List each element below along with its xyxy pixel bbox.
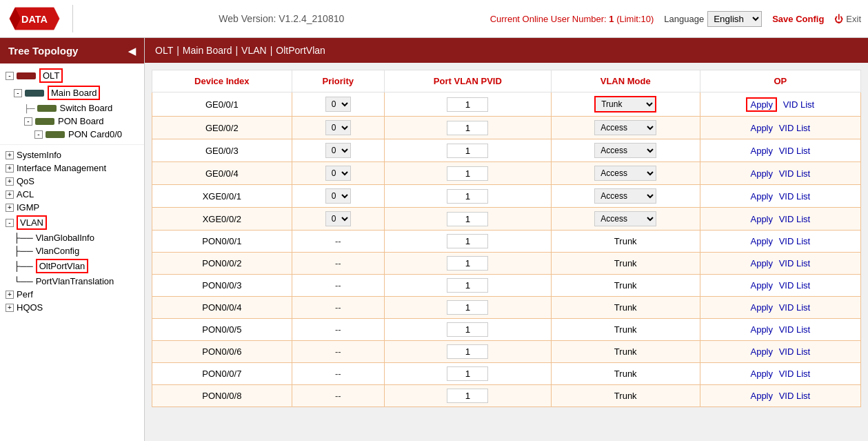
priority-select[interactable]: 012 <box>325 188 351 204</box>
pvid-input[interactable] <box>447 212 488 226</box>
pvid-input[interactable] <box>447 322 488 337</box>
pvid-input[interactable] <box>447 121 488 135</box>
vid-list-button[interactable]: VID List <box>779 258 811 268</box>
apply-button[interactable]: Apply <box>750 123 773 133</box>
vid-list-button[interactable]: VID List <box>779 302 811 313</box>
priority-select[interactable]: 0123 4567 <box>325 97 351 112</box>
pvid-input[interactable] <box>447 344 488 359</box>
pvid-input[interactable] <box>447 234 488 248</box>
vid-list-button[interactable]: VID List <box>779 123 811 133</box>
priority-select[interactable]: 012 <box>325 211 351 226</box>
vid-list-button[interactable]: VID List <box>779 280 811 291</box>
breadcrumb-oltportvlan: OltPortVlan <box>276 45 325 56</box>
save-config-button[interactable]: Save Config <box>772 14 824 24</box>
op-cell: Apply VID List <box>700 275 860 297</box>
col-vlan-mode: VLAN Mode <box>551 70 700 92</box>
sidebar-collapse-button[interactable]: ◀ <box>128 46 136 57</box>
vid-list-button[interactable]: VID List <box>779 346 811 357</box>
pvid-input[interactable] <box>447 144 488 158</box>
tree-node-poncard[interactable]: - PON Card0/0 <box>0 128 144 141</box>
vid-list-button[interactable]: VID List <box>779 168 811 179</box>
expand-ponboard[interactable]: - <box>24 117 32 126</box>
pvid-input[interactable] <box>447 389 488 403</box>
sidebar-item-igmp[interactable]: + IGMP <box>0 201 144 214</box>
tree-node-switchboard[interactable]: ├─ Switch Board <box>0 101 144 115</box>
device-index-cell: GE0/0/4 <box>152 162 292 185</box>
vlan-mode-select[interactable]: AccessTrunkHybrid <box>594 143 656 158</box>
language-select[interactable]: English Chinese <box>707 11 762 27</box>
expand-poncard[interactable]: - <box>34 130 43 139</box>
apply-button[interactable]: Apply <box>750 324 773 335</box>
vid-list-button[interactable]: VID List <box>779 214 811 224</box>
apply-button[interactable]: Apply <box>750 146 773 156</box>
vid-list-button[interactable]: VID List <box>783 99 815 110</box>
pvid-input[interactable] <box>447 256 488 271</box>
oltportvlan-dash: ├── <box>14 261 33 271</box>
vid-list-button[interactable]: VID List <box>779 236 811 246</box>
vid-list-button[interactable]: VID List <box>779 369 811 379</box>
apply-button[interactable]: Apply <box>750 302 773 313</box>
apply-button[interactable]: Apply <box>750 191 773 202</box>
expand-vlan[interactable]: - <box>6 219 14 227</box>
pvid-cell <box>384 319 551 341</box>
vlan-mode-select[interactable]: AccessTrunkHybrid <box>594 166 656 181</box>
table-row: PON0/0/4 -- Trunk Apply VID List <box>152 297 861 319</box>
sidebar-item-perf[interactable]: + Perf <box>0 288 144 301</box>
priority-cell: -- <box>292 341 384 363</box>
expand-hqos[interactable]: + <box>6 304 14 312</box>
apply-button[interactable]: Apply <box>746 97 777 112</box>
expand-acl[interactable]: + <box>6 190 14 199</box>
sidebar-item-systeminfo[interactable]: + SystemInfo <box>0 148 144 161</box>
sidebar-item-vlanconfig[interactable]: ├── VlanConfig <box>0 244 144 257</box>
priority-select[interactable]: 012 <box>325 166 351 181</box>
sidebar-item-vlanglobal[interactable]: ├── VlanGlobalInfo <box>0 231 144 244</box>
apply-button[interactable]: Apply <box>750 369 773 379</box>
sidebar-item-vlan[interactable]: - VLAN <box>0 214 144 231</box>
table-row: PON0/0/1 -- Trunk Apply VID List <box>152 231 861 253</box>
vlan-mode-select[interactable]: AccessTrunkHybrid <box>594 211 656 226</box>
priority-select[interactable]: 0123 4567 <box>325 120 351 135</box>
vlan-mode-select[interactable]: TrunkAccessHybrid <box>594 96 656 112</box>
pvid-input[interactable] <box>447 366 488 381</box>
sidebar-item-hqos[interactable]: + HQOS <box>0 301 144 314</box>
apply-button[interactable]: Apply <box>750 168 773 179</box>
expand-perf[interactable]: + <box>6 291 14 299</box>
table-row: PON0/0/3 -- Trunk Apply VID List <box>152 275 861 297</box>
expand-interface[interactable]: + <box>6 164 14 173</box>
vlan-mode-select[interactable]: AccessTrunkHybrid <box>594 120 656 135</box>
pvid-input[interactable] <box>447 300 488 315</box>
apply-button[interactable]: Apply <box>750 214 773 224</box>
apply-button[interactable]: Apply <box>750 391 773 401</box>
tree-node-olt[interactable]: - OLT <box>0 67 144 84</box>
sidebar-item-qos[interactable]: + QoS <box>0 175 144 188</box>
apply-button[interactable]: Apply <box>750 346 773 357</box>
apply-button[interactable]: Apply <box>750 258 773 268</box>
sidebar-item-portvlantrans[interactable]: └── PortVlanTranslation <box>0 275 144 288</box>
expand-igmp[interactable]: + <box>6 204 14 212</box>
pvid-input[interactable] <box>447 189 488 204</box>
tree-node-ponboard[interactable]: - PON Board <box>0 115 144 128</box>
expand-qos[interactable]: + <box>6 177 14 186</box>
priority-select[interactable]: 012 <box>325 143 351 158</box>
apply-button[interactable]: Apply <box>750 280 773 291</box>
exit-button[interactable]: ⏻ Exit <box>834 14 861 24</box>
sidebar-item-acl[interactable]: + ACL <box>0 188 144 201</box>
sidebar-item-oltportvlan[interactable]: ├── OltPortVlan <box>0 257 144 275</box>
sidebar-item-interfacemgmt[interactable]: + Interface Management <box>0 161 144 175</box>
pvid-input[interactable] <box>447 166 488 181</box>
breadcrumb-sep3: | <box>270 45 273 56</box>
vlan-mode-text: Trunk <box>614 324 637 335</box>
vid-list-button[interactable]: VID List <box>779 391 811 401</box>
apply-button[interactable]: Apply <box>750 236 773 246</box>
vlan-mode-select[interactable]: AccessTrunkHybrid <box>594 188 656 204</box>
vid-list-button[interactable]: VID List <box>779 146 811 156</box>
expand-mainboard[interactable]: - <box>14 89 22 97</box>
vid-list-button[interactable]: VID List <box>779 324 811 335</box>
pvid-input[interactable] <box>447 97 488 112</box>
vid-list-button[interactable]: VID List <box>779 191 811 202</box>
logo-icon: DATA <box>7 5 62 32</box>
pvid-input[interactable] <box>447 278 488 293</box>
tree-node-mainboard[interactable]: - Main Board <box>0 84 144 101</box>
expand-olt[interactable]: - <box>6 72 14 80</box>
expand-sysinfo[interactable]: + <box>6 151 14 159</box>
